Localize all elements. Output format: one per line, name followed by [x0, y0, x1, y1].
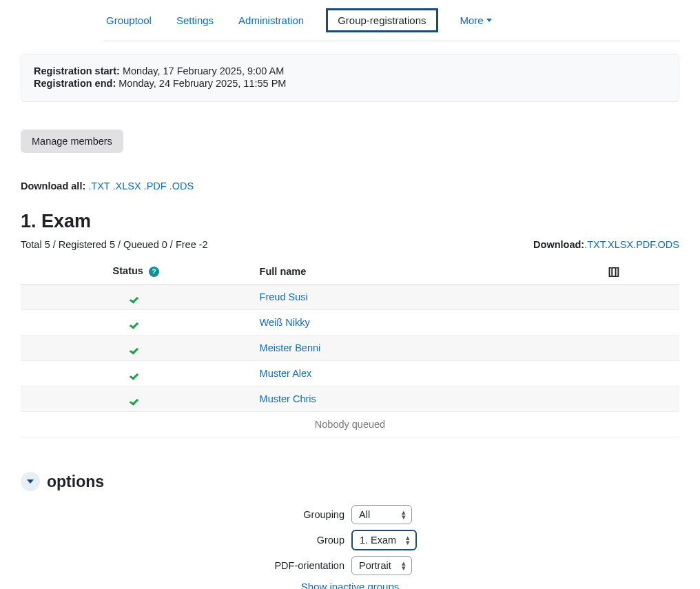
- group-dl-pdf[interactable]: .PDF: [633, 239, 655, 250]
- table-row: Freud Susi: [21, 285, 679, 310]
- col-status: Status ?: [21, 258, 251, 285]
- help-icon[interactable]: ?: [149, 267, 159, 277]
- table-row: Weiß Nikky: [21, 310, 679, 335]
- check-icon: [131, 370, 141, 377]
- check-icon: [131, 395, 141, 402]
- group-dl-xlsx[interactable]: .XLSX: [605, 239, 633, 250]
- download-all-row: Download all: .TXT .XLSX .PDF .ODS: [21, 180, 679, 192]
- download-all-ods[interactable]: .ODS: [169, 180, 194, 192]
- grouping-value: All: [359, 509, 370, 520]
- queue-empty-row: Nobody queued: [21, 412, 679, 437]
- tab-group-registrations[interactable]: Group-registrations: [326, 8, 438, 32]
- tab-grouptool[interactable]: Grouptool: [103, 10, 154, 30]
- check-icon: [131, 319, 141, 326]
- show-inactive-groups-link[interactable]: Show inactive groups: [301, 581, 400, 589]
- options-collapse-toggle[interactable]: [21, 472, 40, 491]
- reg-start-label: Registration start:: [34, 65, 120, 76]
- col-status-label: Status: [113, 265, 143, 276]
- check-icon: [131, 293, 141, 300]
- member-link[interactable]: Muster Alex: [260, 368, 312, 379]
- table-row: Muster Chris: [21, 386, 679, 412]
- group-dl-txt[interactable]: .TXT: [584, 239, 605, 250]
- member-link[interactable]: Weiß Nikky: [260, 317, 310, 328]
- reg-end-label: Registration end:: [34, 78, 116, 89]
- grouping-select[interactable]: All ▴▾: [351, 505, 412, 524]
- download-all-label: Download all:: [21, 180, 85, 192]
- options-heading: options: [47, 473, 104, 491]
- check-icon: [131, 344, 141, 351]
- pdf-orientation-value: Portrait: [359, 560, 391, 571]
- updown-icon: ▴▾: [402, 561, 406, 570]
- member-link[interactable]: Meister Benni: [260, 342, 321, 353]
- registration-info-box: Registration start: Monday, 17 February …: [21, 54, 679, 102]
- reg-end-value: Monday, 24 February 2025, 11:55 PM: [119, 78, 286, 89]
- options-form: Grouping All ▴▾ Group 1. Exam ▴▾ PDF-ori…: [21, 505, 679, 589]
- grouping-label: Grouping: [21, 509, 344, 520]
- group-dl-ods[interactable]: .ODS: [655, 239, 679, 250]
- group-stats: Total 5 / Registered 5 / Queued 0 / Free…: [21, 239, 208, 250]
- member-link[interactable]: Freud Susi: [260, 291, 308, 302]
- table-row: Muster Alex: [21, 361, 679, 386]
- reg-start-value: Monday, 17 February 2025, 9:00 AM: [123, 65, 284, 76]
- tab-more[interactable]: More: [457, 10, 495, 30]
- col-actions: [[]]: [548, 258, 679, 285]
- chevron-down-icon: [27, 479, 34, 484]
- group-value: 1. Exam: [360, 535, 396, 546]
- group-select[interactable]: 1. Exam ▴▾: [351, 530, 417, 550]
- tab-more-label: More: [460, 14, 484, 26]
- tab-administration[interactable]: Administration: [236, 10, 307, 30]
- chevron-down-icon: [486, 19, 492, 22]
- pdf-orientation-label: PDF-orientation: [21, 560, 344, 571]
- group-download-label: Download:: [533, 239, 584, 250]
- table-row: Meister Benni: [21, 335, 679, 361]
- tab-bar: Grouptool Settings Administration Group-…: [103, 0, 679, 41]
- group-label: Group: [21, 535, 344, 546]
- group-title: 1. Exam: [21, 211, 679, 232]
- updown-icon: ▴▾: [402, 510, 406, 519]
- download-all-xlsx[interactable]: .XLSX: [112, 180, 141, 192]
- col-actions-label: [[]]: [608, 266, 619, 277]
- tab-settings[interactable]: Settings: [174, 10, 216, 30]
- download-all-txt[interactable]: .TXT: [88, 180, 110, 192]
- pdf-orientation-select[interactable]: Portrait ▴▾: [351, 556, 412, 575]
- col-fullname: Full name: [251, 258, 548, 285]
- download-all-pdf[interactable]: .PDF: [144, 180, 167, 192]
- members-table: Status ? Full name [[]] Freud Susi Weiß …: [21, 258, 679, 437]
- updown-icon: ▴▾: [406, 535, 410, 544]
- member-link[interactable]: Muster Chris: [260, 393, 316, 404]
- nobody-queued-label: Nobody queued: [21, 412, 679, 437]
- manage-members-button[interactable]: Manage members: [21, 130, 123, 153]
- group-download-row: Download:.TXT.XLSX.PDF.ODS: [533, 239, 679, 250]
